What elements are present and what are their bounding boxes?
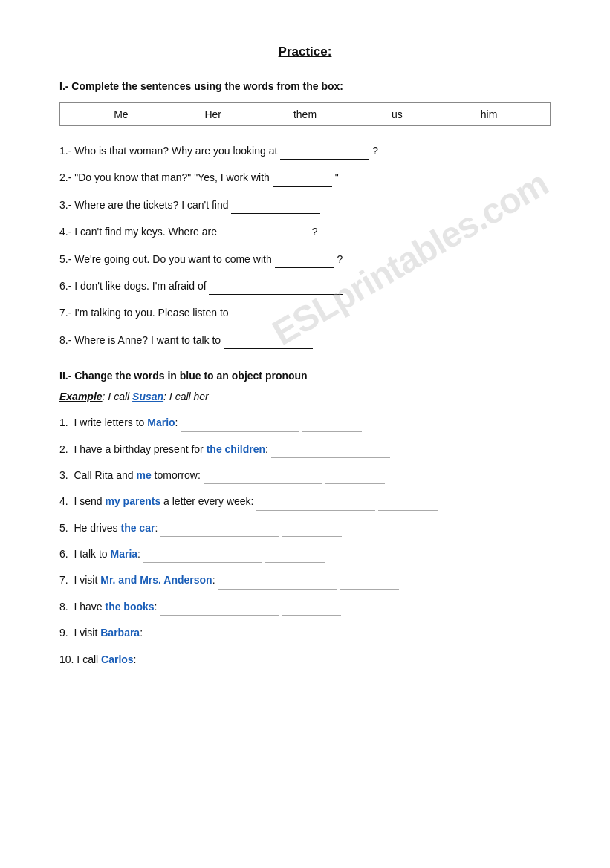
item-num: 3. Call Rita and bbox=[59, 469, 137, 481]
sentence-text: 3.- Where are the tickets? I can't find bbox=[59, 199, 231, 211]
punctuation: ? bbox=[309, 226, 318, 238]
list-item: 3.- Where are the tickets? I can't find bbox=[59, 197, 551, 214]
blank bbox=[218, 572, 337, 589]
blank2 bbox=[340, 572, 399, 589]
word-them: them bbox=[259, 108, 351, 120]
item-after: : bbox=[175, 417, 181, 428]
list-item: 5. He drives the car: bbox=[59, 520, 551, 537]
blue-word: Mario bbox=[147, 417, 175, 428]
blank2 bbox=[302, 414, 362, 431]
item-num: 6. I talk to bbox=[59, 548, 110, 560]
list-item: 9. I visit Barbara: bbox=[59, 624, 551, 642]
list-item: 7. I visit Mr. and Mrs. Anderson: bbox=[59, 572, 551, 589]
item-num: 4. I send bbox=[59, 495, 105, 507]
word-us: us bbox=[351, 108, 443, 120]
word-her: Her bbox=[167, 108, 259, 120]
item-num: 10. I call bbox=[59, 653, 101, 665]
item-num: 5. He drives bbox=[59, 522, 120, 534]
list-item: 6.- I don't like dogs. I'm afraid of bbox=[59, 278, 551, 295]
blank2 bbox=[378, 493, 438, 510]
sentence-text: 5.- We're going out. Do you want to come… bbox=[59, 253, 275, 265]
sentence-list: 1.- Who is that woman? Why are you looki… bbox=[59, 143, 551, 349]
item-after: a letter every week: bbox=[160, 495, 256, 507]
section2-label: II.- Change the words in blue to an obje… bbox=[59, 370, 551, 382]
item-num: 2. I have a birthday present for bbox=[59, 443, 207, 455]
blank bbox=[160, 598, 279, 616]
blue-word: Barbara bbox=[100, 627, 140, 639]
list-item: 6. I talk to Maria: bbox=[59, 546, 551, 563]
list-item: 4.- I can't find my keys. Where are ? bbox=[59, 223, 551, 241]
list-item: 7.- I'm talking to you. Please listen to bbox=[59, 304, 551, 322]
example-colon: : I call bbox=[103, 391, 132, 402]
word-box: Me Her them us him bbox=[59, 102, 551, 126]
blank bbox=[280, 143, 369, 160]
list-item: 4. I send my parents a letter every week… bbox=[59, 493, 551, 510]
punctuation: " bbox=[332, 172, 339, 183]
blue-word: Mr. and Mrs. Anderson bbox=[100, 574, 212, 586]
item-num: 8. I have bbox=[59, 601, 105, 613]
list-item: 3. Call Rita and me tomorrow: bbox=[59, 467, 551, 484]
list-item: 5.- We're going out. Do you want to come… bbox=[59, 251, 551, 268]
blue-word: me bbox=[137, 469, 152, 481]
page-title: Practice: bbox=[59, 45, 551, 59]
sentence-text: 6.- I don't like dogs. I'm afraid of bbox=[59, 280, 209, 292]
blank bbox=[231, 304, 320, 322]
item-num: 7. I visit bbox=[59, 574, 100, 586]
item-after: : bbox=[137, 548, 143, 560]
item-after: : bbox=[212, 574, 218, 586]
blank2 bbox=[282, 520, 342, 537]
blank bbox=[143, 546, 262, 563]
blue-word: Maria bbox=[110, 548, 137, 560]
item-after: : bbox=[134, 653, 140, 665]
blank bbox=[273, 169, 332, 186]
word-me: Me bbox=[75, 108, 167, 120]
list-item: 10. I call Carlos: bbox=[59, 651, 551, 668]
blank bbox=[256, 493, 375, 510]
blank bbox=[224, 332, 313, 349]
list-item: 1.- Who is that woman? Why are you looki… bbox=[59, 143, 551, 160]
blank bbox=[231, 197, 320, 214]
item-after: : bbox=[155, 522, 160, 534]
section1-label: I.- Complete the sentences using the wor… bbox=[59, 80, 551, 92]
blank bbox=[271, 441, 390, 458]
blank bbox=[209, 278, 298, 295]
example-sep: : bbox=[163, 391, 169, 402]
sentence-text: 2.- "Do you know that man?" "Yes, I work… bbox=[59, 172, 273, 183]
pronoun-list: 1. I write letters to Mario: 2. I have a… bbox=[59, 414, 551, 668]
item-after: : bbox=[265, 443, 271, 455]
sentence-text: 4.- I can't find my keys. Where are bbox=[59, 226, 220, 238]
blank2 bbox=[265, 546, 325, 563]
word-him: him bbox=[443, 108, 535, 120]
list-item: 8.- Where is Anne? I want to talk to bbox=[59, 332, 551, 349]
blank bbox=[204, 467, 322, 484]
blue-word: the children bbox=[207, 443, 265, 455]
example-blue-word: Susan bbox=[132, 391, 163, 402]
blue-word: Carlos bbox=[101, 653, 134, 665]
item-after: : bbox=[140, 627, 146, 639]
item-num: 9. I visit bbox=[59, 627, 100, 639]
sentence-text: 8.- Where is Anne? I want to talk to bbox=[59, 334, 224, 346]
example-line: Example: I call Susan: I call her bbox=[59, 391, 551, 402]
blank bbox=[139, 651, 198, 668]
blank4 bbox=[333, 624, 392, 642]
sentence-text: 1.- Who is that woman? Why are you looki… bbox=[59, 145, 280, 157]
punctuation: ? bbox=[369, 145, 378, 157]
punctuation: ? bbox=[334, 253, 343, 265]
sentence-text: 7.- I'm talking to you. Please listen to bbox=[59, 307, 231, 319]
blue-word: my parents bbox=[105, 495, 160, 507]
blank2 bbox=[282, 598, 341, 616]
blank2 bbox=[208, 624, 267, 642]
item-after: tomorrow: bbox=[152, 469, 204, 481]
list-item: 1. I write letters to Mario: bbox=[59, 414, 551, 431]
blank2 bbox=[325, 467, 385, 484]
example-label: Example bbox=[59, 391, 103, 402]
blank bbox=[160, 520, 279, 537]
blank bbox=[181, 414, 299, 431]
blank3 bbox=[264, 651, 323, 668]
blue-word: the books bbox=[105, 601, 154, 613]
item-num: 1. I write letters to bbox=[59, 417, 147, 428]
blank3 bbox=[270, 624, 330, 642]
blank bbox=[275, 251, 334, 268]
list-item: 2.- "Do you know that man?" "Yes, I work… bbox=[59, 169, 551, 186]
blank bbox=[220, 223, 309, 241]
